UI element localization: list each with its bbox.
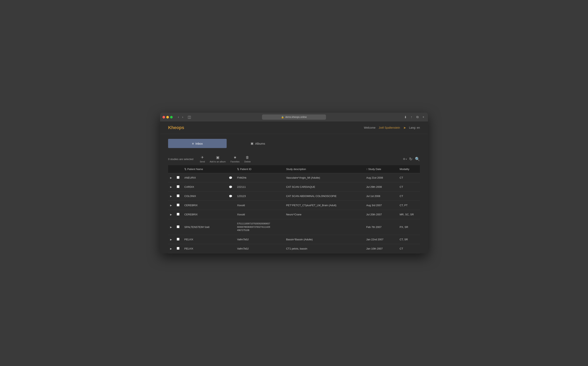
row-expand-button[interactable]: ▶ [170, 238, 172, 241]
row-expand-button[interactable]: ▶ [170, 213, 172, 216]
row-checkbox[interactable] [177, 213, 179, 216]
send-button[interactable]: ✈ Send [197, 154, 207, 164]
refresh-button[interactable]: ↻ [409, 157, 412, 161]
study-desc-cell: CAT SCAN ABDOMINAL COLONOSCOPIE [284, 191, 364, 201]
delete-icon: 🗑 [246, 155, 249, 160]
new-tab-button[interactable]: + [421, 115, 426, 119]
col-study-date-header[interactable]: ↑ Study Date [364, 165, 397, 173]
patient-name-cell: SPALTENSTEIN^Joël [182, 219, 227, 235]
patient-id-cell: Vafm7b0J [235, 244, 284, 253]
tab-inbox[interactable]: ≡ Inbox [168, 139, 227, 148]
add-study-button[interactable]: + ▾ [403, 156, 407, 162]
table-row: ▶CEREBRIXXsxuldNeuro^CraneJul 20th 2007M… [168, 210, 420, 219]
nav-tabs: ≡ Inbox ▣ Albums [168, 139, 420, 148]
row-checkbox[interactable] [177, 247, 179, 250]
study-date-cell: Jan 22nd 2007 [364, 235, 397, 244]
delete-label: Delete [244, 160, 251, 163]
row-checkbox[interactable] [177, 225, 179, 228]
row-expand-button[interactable]: ▶ [170, 247, 172, 250]
table-row: ▶CARDIX💬222111CAT SCAN CARDIAQUEJul 29th… [168, 183, 420, 191]
download-button[interactable]: ⬇ [403, 115, 408, 120]
toolbar-right: + ▾ ↻ 🔍 [403, 156, 420, 162]
study-desc-cell: CT1 pelvis, bassin [284, 244, 364, 253]
sidebar-toggle-button[interactable]: ◫ [186, 114, 193, 120]
patient-name-sort-icon: ⇅ [184, 168, 187, 171]
comment-icon[interactable]: 💬 [229, 185, 232, 189]
main-content: ≡ Inbox ▣ Albums 0 studies are selected … [160, 134, 428, 253]
traffic-lights [162, 116, 173, 118]
close-button[interactable] [162, 116, 165, 118]
inbox-icon: ≡ [192, 142, 194, 145]
study-desc-cell: CAT SCAN CARDIAQUE [284, 183, 364, 191]
col-modality-header: Modality [398, 165, 420, 173]
col-study-desc-header: Study description [284, 165, 364, 173]
row-checkbox[interactable] [177, 194, 179, 197]
add-to-album-button[interactable]: ▣ Add to an album [207, 154, 228, 164]
study-desc-cell: Bassin^Bassin (Adulte) [284, 235, 364, 244]
modality-cell: CT, SR [398, 235, 420, 244]
row-checkbox[interactable] [177, 204, 179, 206]
table-row: ▶SPALTENSTEIN^Joël5751111009710792839283… [168, 219, 420, 235]
app-header: Kheops Welcome Joël Spaltenstein ➤ Lang:… [160, 122, 428, 134]
patient-name-cell: PELVIX [182, 235, 227, 244]
titlebar: ‹ › ◫ 🔒 demo.kheops.online ⬇ ↑ ⧉ + [160, 113, 428, 122]
logout-icon[interactable]: ➤ [403, 126, 406, 130]
comment-icon[interactable]: 💬 [229, 176, 232, 179]
tab-albums[interactable]: ▣ Albums [227, 139, 289, 148]
patient-id-cell: Xsxuld [235, 210, 284, 219]
row-expand-button[interactable]: ▶ [170, 204, 172, 207]
row-expand-button[interactable]: ▶ [170, 195, 172, 198]
patient-id-cell: 222111 [235, 183, 284, 191]
patient-id-cell: FhM2hk [235, 173, 284, 183]
lang-label[interactable]: Lang: en [409, 126, 420, 129]
study-date-cell: Jan 10th 2007 [364, 244, 397, 253]
study-desc-cell: Neuro^Crane [284, 210, 364, 219]
fullscreen-button[interactable]: ⧉ [415, 115, 420, 119]
row-expand-button[interactable]: ▶ [170, 186, 172, 188]
maximize-button[interactable] [170, 116, 173, 118]
col-checkbox-header [175, 165, 182, 173]
patient-id-cell: 5751111009710792839283806576846978838469… [235, 219, 284, 235]
comment-icon[interactable]: 💬 [229, 195, 232, 198]
forward-button[interactable]: › [181, 115, 184, 119]
address-bar[interactable]: 🔒 demo.kheops.online [262, 114, 326, 120]
row-checkbox[interactable] [177, 185, 179, 188]
row-checkbox[interactable] [177, 238, 179, 241]
row-expand-button[interactable]: ▶ [170, 176, 172, 179]
add-to-album-label: Add to an album [210, 160, 226, 163]
study-date-sort-icon: ↑ [366, 168, 368, 171]
table-row: ▶COLONIX💬123123CAT SCAN ABDOMINAL COLONO… [168, 191, 420, 201]
row-checkbox[interactable] [177, 176, 179, 179]
favorites-label: Favorites [231, 160, 240, 163]
col-expand-header [168, 165, 175, 173]
row-expand-button[interactable]: ▶ [170, 226, 172, 229]
add-to-album-icon: ▣ [216, 155, 219, 160]
study-desc-cell [284, 219, 364, 235]
toolbar: 0 studies are selected ✈ Send ▣ Add to a… [168, 153, 420, 165]
patient-name-cell: CARDIX [182, 183, 227, 191]
favorites-button[interactable]: ★ Favorites [228, 154, 242, 164]
patient-name-cell: COLONIX [182, 191, 227, 201]
back-button[interactable]: ‹ [177, 115, 180, 119]
send-icon: ✈ [201, 155, 204, 160]
titlebar-right-buttons: ⬇ ↑ ⧉ + [403, 115, 426, 120]
username: Joël Spaltenstein [379, 126, 400, 129]
share-button[interactable]: ↑ [410, 115, 414, 119]
table-row: ▶PELVIXVafm7b0JCT1 pelvis, bassinJan 10t… [168, 244, 420, 253]
study-table: ⇅ Patient Name ⇅ Patient ID Study descri… [168, 165, 420, 253]
col-patient-id-header[interactable]: ⇅ Patient ID [235, 165, 284, 173]
url-text: demo.kheops.online [285, 116, 307, 118]
patient-id-sort-icon: ⇅ [237, 168, 240, 171]
search-button[interactable]: 🔍 [415, 157, 420, 161]
col-patient-name-header[interactable]: ⇅ Patient Name [182, 165, 227, 173]
modality-cell: PX, SR [398, 219, 420, 235]
inbox-tab-label: Inbox [195, 142, 203, 145]
patient-name-cell: ANEURIX [182, 173, 227, 183]
modality-cell: CT [398, 244, 420, 253]
patient-id-cell: Vafm7b0J [235, 235, 284, 244]
delete-button[interactable]: 🗑 Delete [242, 155, 253, 164]
minimize-button[interactable] [166, 116, 169, 118]
modality-cell: CT, PT [398, 201, 420, 210]
study-desc-cell: PET^PETCT_CTplusFET_LM_Brain (Adult) [284, 201, 364, 210]
patient-name-cell: PELVIX [182, 244, 227, 253]
